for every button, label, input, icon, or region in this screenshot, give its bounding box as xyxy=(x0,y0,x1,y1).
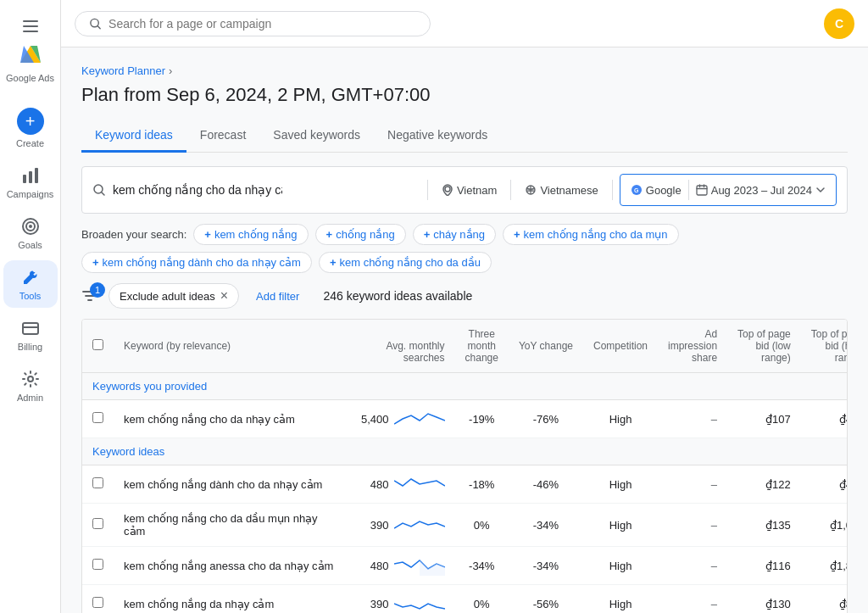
language-icon xyxy=(525,184,537,196)
filter-bar: Vietnam Vietnamese G Google Aug 2023 – J… xyxy=(81,166,848,214)
sidebar-item-label: Billing xyxy=(18,342,42,352)
col-keyword: Keyword (by relevance) xyxy=(124,340,231,352)
section-keyword-ideas: Keyword ideas xyxy=(82,438,848,465)
date-range-picker[interactable]: G Google Aug 2023 – Jul 2024 xyxy=(620,174,837,206)
divider-2 xyxy=(510,180,511,200)
tools-icon xyxy=(20,267,41,287)
svg-point-14 xyxy=(445,187,450,192)
col-competition: Competition xyxy=(593,340,648,352)
table-row: kem chống nắng anessa cho da nhạy cảm 48… xyxy=(82,547,848,585)
sidebar-item-campaigns[interactable]: Campaigns xyxy=(3,159,58,206)
sparkline-chart xyxy=(394,555,445,576)
google-g-icon: G xyxy=(631,184,643,196)
table-row: kem chống nắng da nhạy cảm 390 0% -56% xyxy=(82,585,848,614)
broaden-tag-4[interactable]: +kem chống nắng dành cho da nhạy cảm xyxy=(81,252,312,273)
language-filter[interactable]: Vietnamese xyxy=(518,181,604,200)
create-icon: + xyxy=(17,108,44,135)
broaden-tag-3[interactable]: +kem chống nắng cho da mụn xyxy=(503,224,679,245)
svg-marker-19 xyxy=(420,560,445,576)
actions-row: 1 Exclude adult ideas × Add filter 246 k… xyxy=(81,283,848,309)
broaden-tag-2[interactable]: +cháy nắng xyxy=(413,224,496,245)
sidebar-item-label: Create xyxy=(16,138,44,148)
sidebar-item-admin[interactable]: Admin xyxy=(3,362,58,410)
sidebar-item-tools[interactable]: Tools xyxy=(3,260,58,308)
svg-rect-4 xyxy=(29,171,32,183)
sidebar-item-label: Admin xyxy=(17,393,43,403)
table-row: kem chống nắng cho da dầu mụn nhạy cảm 3… xyxy=(82,504,848,547)
breadcrumb-arrow: › xyxy=(169,64,172,77)
col-three-month: Three xyxy=(465,328,498,340)
admin-icon xyxy=(20,369,41,389)
topbar: C xyxy=(61,0,868,47)
location-filter[interactable]: Vietnam xyxy=(435,181,504,200)
table-row: kem chống nắng cho da nhạy cảm 5,400 -19… xyxy=(82,400,848,438)
svg-rect-9 xyxy=(23,323,38,334)
broaden-tag-0[interactable]: +kem chống nắng xyxy=(193,224,308,245)
tab-forecast[interactable]: Forecast xyxy=(186,120,259,153)
filter-search[interactable] xyxy=(113,183,420,197)
chevron-down-icon xyxy=(815,185,826,195)
sparkline-chart xyxy=(394,474,445,494)
broaden-tag-5[interactable]: +kem chống nắng cho da dầu xyxy=(319,252,492,273)
divider-1 xyxy=(427,180,428,200)
svg-text:G: G xyxy=(634,187,639,193)
main-content: Keyword Planner › Plan from Sep 6, 2024,… xyxy=(61,47,868,613)
col-avg-monthly: Avg. monthly xyxy=(361,340,445,352)
search-input[interactable] xyxy=(108,17,416,31)
svg-point-11 xyxy=(28,376,33,382)
keyword-search-input[interactable] xyxy=(113,183,282,197)
filter-count-badge: 1 xyxy=(90,282,105,298)
add-filter-button[interactable]: Add filter xyxy=(249,285,306,308)
main-area: C Keyword Planner › Plan from Sep 6, 202… xyxy=(61,0,868,613)
broaden-label: Broaden your search: xyxy=(81,228,186,241)
row-checkbox[interactable] xyxy=(92,412,103,423)
campaigns-icon xyxy=(20,165,41,186)
location-icon xyxy=(442,184,453,196)
row-checkbox[interactable] xyxy=(92,559,103,570)
sidebar: Google Ads + Create Campaigns Goals Tool… xyxy=(0,0,61,613)
billing-icon xyxy=(20,318,41,338)
search-box[interactable] xyxy=(75,11,431,36)
exclude-adult-filter[interactable]: Exclude adult ideas × xyxy=(108,283,239,309)
divider-inner xyxy=(688,180,689,200)
broaden-tag-1[interactable]: +chống nắng xyxy=(315,224,406,245)
svg-rect-5 xyxy=(35,168,38,183)
col-bid-low: Top of page xyxy=(737,328,791,340)
sidebar-item-goals[interactable]: Goals xyxy=(3,209,58,257)
remove-filter-button[interactable]: × xyxy=(220,289,228,303)
google-ads-logo xyxy=(19,44,42,68)
table-row: kem chống nắng dành cho da nhạy cảm 480 … xyxy=(82,465,848,504)
section-keywords-provided: Keywords you provided xyxy=(82,373,848,400)
tab-saved-keywords[interactable]: Saved keywords xyxy=(259,120,374,153)
hamburger-menu[interactable] xyxy=(16,14,45,39)
breadcrumb[interactable]: Keyword Planner › xyxy=(81,64,848,77)
sidebar-item-create[interactable]: + Create xyxy=(3,101,58,155)
sparkline-chart xyxy=(394,593,445,613)
tab-negative-keywords[interactable]: Negative keywords xyxy=(374,120,501,153)
sidebar-logo-area: Google Ads xyxy=(6,7,54,98)
row-checkbox[interactable] xyxy=(92,518,103,529)
row-checkbox[interactable] xyxy=(92,477,103,488)
col-yoy: YoY change xyxy=(519,340,573,352)
search-icon xyxy=(89,17,102,31)
broaden-search-row: Broaden your search: +kem chống nắng +ch… xyxy=(81,224,848,273)
filter-search-icon xyxy=(92,183,106,197)
google-ads-text: Google Ads xyxy=(6,73,54,84)
divider-3 xyxy=(612,180,613,200)
select-all-checkbox[interactable] xyxy=(92,339,103,350)
google-ads-logo-icon xyxy=(19,44,42,68)
notification-button[interactable]: C xyxy=(824,8,854,39)
col-bid-high: Top of page xyxy=(811,328,848,340)
svg-rect-18 xyxy=(697,186,707,195)
tab-keyword-ideas[interactable]: Keyword ideas xyxy=(81,120,186,153)
row-checkbox[interactable] xyxy=(92,597,103,608)
sparkline-chart xyxy=(394,515,445,535)
sparkline-chart xyxy=(394,409,445,429)
keyword-table: Keyword (by relevance) Avg. monthly sear… xyxy=(81,319,848,613)
sidebar-item-label: Goals xyxy=(18,240,42,250)
svg-rect-3 xyxy=(23,175,26,183)
calendar-icon xyxy=(696,184,708,196)
sidebar-item-billing[interactable]: Billing xyxy=(3,311,58,359)
filter-badge-area: 1 xyxy=(81,287,98,304)
col-ad-impression: Ad xyxy=(668,328,717,340)
